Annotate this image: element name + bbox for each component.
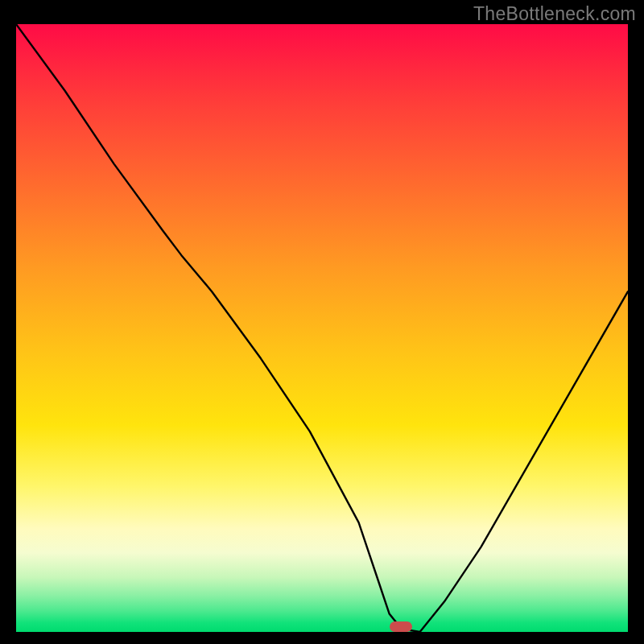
plot-area [16, 24, 628, 632]
optimum-marker [390, 621, 412, 632]
outer-frame: TheBottleneck.com [0, 0, 644, 644]
bottleneck-curve [16, 24, 628, 632]
watermark-text: TheBottleneck.com [473, 3, 636, 25]
